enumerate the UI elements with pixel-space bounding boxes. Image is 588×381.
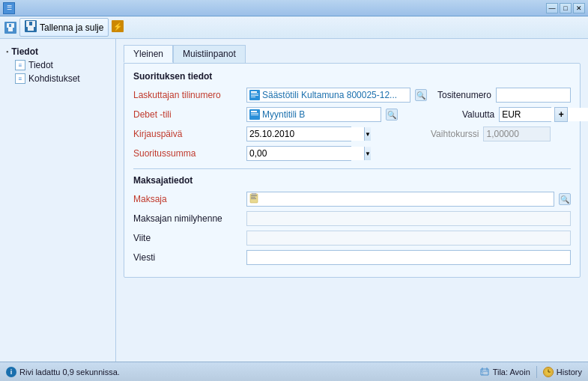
status-divider	[536, 366, 537, 378]
status-bar: i Rivi ladattu 0,9 sekunnissa. 1 Tila: A…	[0, 362, 588, 381]
viesti-label: Viesti	[133, 252, 242, 263]
sidebar-section-tiedot: ▪ Tiedot ≡ Tiedot ≡ Kohdistukset	[3, 45, 112, 85]
tila-icon: 1	[479, 367, 490, 377]
debet-tili-field: Myyntitili B	[246, 107, 381, 122]
sidebar: ▪ Tiedot ≡ Tiedot ≡ Kohdistukset	[0, 39, 116, 362]
svg-rect-11	[251, 91, 257, 93]
debet-doc-icon	[249, 109, 261, 121]
section-divider	[133, 168, 571, 169]
tositenumero-input[interactable]	[496, 88, 571, 103]
svg-rect-14	[251, 97, 255, 97]
sidebar-item-tiedot[interactable]: ≡ Tiedot	[3, 58, 112, 72]
suorituksen-tiedot-title: Suorituksen tiedot	[133, 71, 571, 82]
laskuttajan-tilinumero-field: Säästötili Kultamuna 800025-12...	[246, 88, 410, 103]
tilinumero-value[interactable]: Säästötili Kultamuna 800025-12...	[262, 90, 408, 100]
valuutta-input[interactable]	[500, 108, 588, 121]
viite-label: Viite	[133, 233, 242, 243]
doc-icon-2: ≡	[15, 73, 25, 84]
app-icon: ☰	[3, 2, 15, 14]
maksaja-label: Maksaja	[133, 194, 242, 204]
kirjauspaiva-row: Kirjauspäivä ▼ Vaihtokurssi ▼	[133, 127, 571, 141]
svg-rect-20	[251, 195, 257, 196]
kirjauspaiva-input[interactable]	[247, 127, 364, 141]
tab-yleinen[interactable]: Yleinen	[124, 45, 173, 63]
history-item[interactable]: History	[543, 367, 582, 377]
kirjauspaiva-label: Kirjauspäivä	[133, 129, 242, 139]
tilinumero-doc-icon	[249, 89, 261, 101]
window-controls: — □ ✕	[546, 3, 585, 13]
svg-rect-7	[29, 22, 32, 25]
close-button[interactable]: ✕	[573, 3, 585, 13]
svg-rect-12	[251, 94, 258, 94]
laskuttajan-tilinumero-label: Laskuttajan tilinumero	[133, 90, 242, 100]
viesti-input[interactable]	[246, 250, 571, 265]
status-text: Rivi ladattu 0,9 sekunnissa.	[19, 368, 120, 377]
maksajan-nimilyhenne-row: Maksajan nimilyhenne	[133, 211, 571, 226]
svg-rect-23	[252, 193, 256, 195]
svg-rect-3	[9, 24, 11, 27]
minimize-button[interactable]: —	[546, 3, 558, 13]
svg-rect-13	[251, 95, 258, 96]
valuutta-group: ▼ +	[499, 107, 568, 122]
maximize-button[interactable]: □	[560, 3, 572, 13]
title-bar: ☰ — □ ✕	[0, 0, 588, 16]
status-right: 1 Tila: Avoin History	[479, 366, 582, 378]
kirjauspaiva-dropdown[interactable]: ▼	[246, 127, 351, 141]
suoritussumma-arrow[interactable]: ▼	[364, 147, 371, 160]
svg-rect-17	[251, 113, 258, 114]
status-left: i Rivi ladattu 0,9 sekunnissa.	[6, 367, 120, 377]
toolbar-save-icon	[4, 22, 16, 34]
tositenumero-label: Tositenumero	[437, 90, 491, 100]
debet-search-icon[interactable]: 🔍	[386, 109, 398, 121]
svg-text:1: 1	[482, 371, 484, 376]
save-close-button[interactable]: Tallenna ja sulje	[19, 18, 109, 37]
maksaja-row: Maksaja 🔍	[133, 192, 571, 207]
tila-label: Tila: Avoin	[493, 368, 530, 377]
history-icon	[543, 367, 554, 377]
svg-rect-2	[8, 28, 13, 31]
suoritussumma-label: Suoritussumma	[133, 148, 242, 159]
toolbar: Tallenna ja sulje ⚡	[0, 16, 588, 39]
doc-icon: ≡	[15, 60, 25, 70]
history-label: History	[557, 368, 582, 377]
maksaja-search-icon[interactable]: 🔍	[559, 193, 571, 205]
save-icon	[25, 20, 37, 34]
viite-row: Viite	[133, 231, 571, 246]
tab-muistiinpanot[interactable]: Muistiinpanot	[173, 45, 246, 63]
svg-rect-16	[251, 111, 257, 112]
svg-rect-21	[251, 197, 255, 198]
info-icon: i	[6, 367, 16, 377]
maksaja-paste-icon[interactable]	[249, 193, 261, 205]
vaihtokurssi-label: Vaihtokurssi	[431, 129, 479, 139]
kirjauspaiva-arrow[interactable]: ▼	[364, 127, 371, 141]
viesti-row: Viesti	[133, 250, 571, 265]
title-bar-left: ☰	[3, 2, 15, 14]
maksajan-nimilyhenne-label: Maksajan nimilyhenne	[133, 213, 242, 224]
sidebar-item-kohdistukset-label: Kohdistukset	[28, 73, 80, 84]
tilinumero-search-icon[interactable]: 🔍	[415, 89, 427, 101]
sidebar-item-kohdistukset[interactable]: ≡ Kohdistukset	[3, 72, 112, 85]
sidebar-section-header: ▪ Tiedot	[3, 45, 112, 58]
tila-item[interactable]: 1 Tila: Avoin	[479, 367, 530, 377]
laskuttajan-tilinumero-row: Laskuttajan tilinumero Säästötili Kultam…	[133, 88, 571, 103]
valuutta-dropdown[interactable]: ▼	[499, 107, 551, 122]
sidebar-item-tiedot-label: Tiedot	[28, 60, 53, 70]
suoritussumma-dropdown[interactable]: ▼	[246, 146, 351, 161]
suoritussumma-row: Suoritussumma ▼	[133, 146, 571, 161]
suoritussumma-input[interactable]	[247, 147, 364, 160]
vaihtokurssi-field: ▼	[483, 127, 551, 141]
debet-tili-row: Debet -tili Myyntitili B 🔍 Valuutta	[133, 107, 571, 122]
valuutta-plus-button[interactable]: +	[554, 107, 568, 122]
svg-rect-6	[28, 27, 34, 31]
tabs: Yleinen Muistiinpanot	[124, 45, 581, 63]
svg-text:⚡: ⚡	[113, 22, 123, 31]
expand-icon: ▪	[6, 48, 8, 55]
save-close-label: Tallenna ja sulje	[40, 22, 103, 33]
maksajan-nimilyhenne-input[interactable]	[246, 211, 571, 226]
debet-tili-label: Debet -tili	[133, 109, 242, 120]
vaihtokurssi-input[interactable]	[484, 128, 588, 140]
debet-tili-value[interactable]: Myyntitili B	[262, 109, 379, 120]
viite-input[interactable]	[246, 231, 571, 246]
form-panel: Suorituksen tiedot Laskuttajan tilinumer…	[124, 63, 581, 278]
form-area: Yleinen Muistiinpanot Suorituksen tiedot…	[116, 39, 588, 362]
